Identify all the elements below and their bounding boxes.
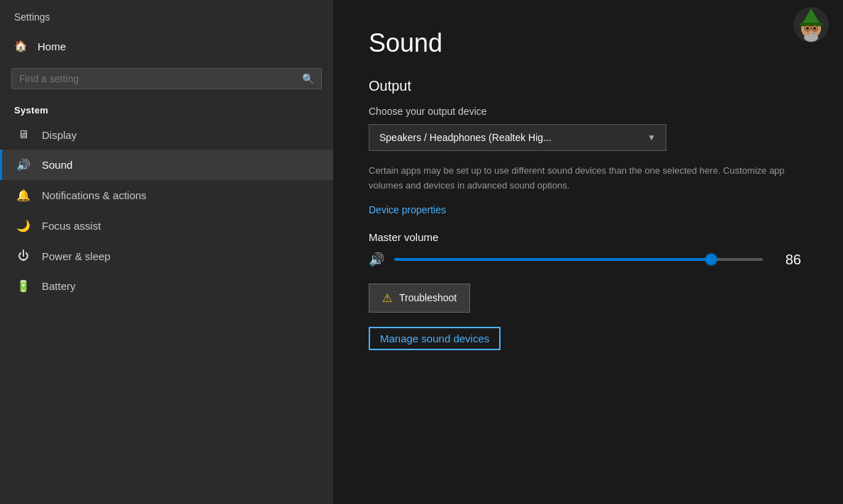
sidebar-item-notifications[interactable]: 🔔 Notifications & actions [0,180,333,211]
sidebar-item-battery[interactable]: 🔋 Battery [0,271,333,301]
sidebar-item-label: Focus assist [42,220,101,232]
manage-sound-devices-link[interactable]: Manage sound devices [369,327,501,350]
sidebar-home-label: Home [38,40,66,52]
main-content: Sound Output Choose your output device S… [333,0,843,504]
search-box[interactable]: 🔍 [11,68,322,89]
info-text: Certain apps may be set up to use differ… [369,164,808,194]
volume-row: 🔊 86 [369,252,808,268]
chevron-down-icon: ▼ [647,133,656,142]
sidebar-item-focus[interactable]: 🌙 Focus assist [0,211,333,241]
page-title: Sound [369,28,808,58]
sidebar-item-label: Sound [42,159,72,171]
sidebar-item-label: Battery [42,280,76,292]
app-title: Settings [0,0,333,30]
notifications-icon: 🔔 [16,189,30,202]
master-volume-label: Master volume [369,231,808,243]
display-icon: 🖥 [16,128,30,141]
focus-icon: 🌙 [16,219,30,233]
home-icon: 🏠 [14,40,28,52]
power-icon: ⏻ [16,250,30,262]
search-icon[interactable]: 🔍 [302,73,314,84]
output-section-title: Output [369,78,808,94]
sound-icon: 🔊 [16,158,30,172]
troubleshoot-button[interactable]: ⚠ Troubleshoot [369,284,470,313]
sidebar-item-display[interactable]: 🖥 Display [0,120,333,150]
avatar-svg [793,7,829,43]
svg-point-8 [804,33,818,42]
svg-point-4 [813,27,816,30]
avatar-image [793,7,829,43]
sidebar: Settings 🏠 Home 🔍 System 🖥 Display 🔊 Sou… [0,0,333,504]
system-section-title: System [0,98,333,120]
sidebar-item-label: Power & sleep [42,250,111,262]
device-properties-link[interactable]: Device properties [369,204,446,215]
sidebar-item-power[interactable]: ⏻ Power & sleep [0,241,333,271]
choose-device-label: Choose your output device [369,106,808,117]
search-input[interactable] [19,73,302,84]
avatar [793,7,829,43]
warning-icon: ⚠ [382,291,392,305]
battery-icon: 🔋 [16,279,30,293]
selected-device-text: Speakers / Headphones (Realtek Hig... [379,132,552,143]
sidebar-item-label: Display [42,129,77,141]
sidebar-item-sound[interactable]: 🔊 Sound [0,150,333,180]
volume-slider-container[interactable] [394,252,763,267]
volume-value: 86 [773,252,801,268]
svg-point-3 [806,27,809,30]
sidebar-home-item[interactable]: 🏠 Home [0,30,333,62]
volume-icon: 🔊 [369,252,384,267]
sidebar-item-label: Notifications & actions [42,189,147,201]
svg-rect-2 [800,23,822,26]
svg-marker-1 [802,9,820,24]
troubleshoot-label: Troubleshoot [399,292,457,303]
output-device-dropdown[interactable]: Speakers / Headphones (Realtek Hig... ▼ [369,124,666,151]
